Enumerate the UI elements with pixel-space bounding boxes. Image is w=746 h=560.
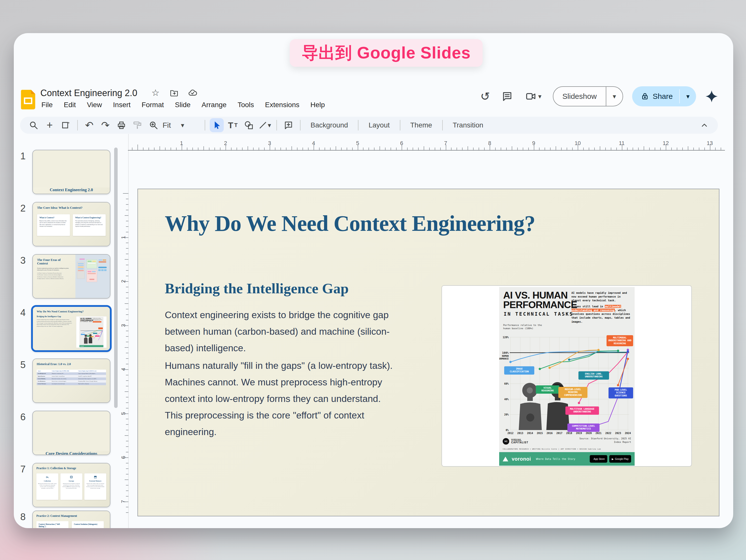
slide-thumbnail-7[interactable]: 7 Practice 1: Collection & Storage Colle… xyxy=(18,463,110,507)
transition-button[interactable]: Transition xyxy=(447,118,489,132)
select-tool-icon[interactable] xyxy=(210,118,224,132)
slide-paragraph-1[interactable]: Context engineering exists to bridge the… xyxy=(165,307,414,356)
ai-vs-human-infographic: AI VS. HUMANPERFORMANCE IN TECHNICAL TAS… xyxy=(499,287,635,466)
horizontal-ruler: 12345678910111213 xyxy=(128,141,725,150)
version-history-icon[interactable]: ↺ xyxy=(479,90,492,103)
slide-thumbnail-4-selected[interactable]: 4 Why Do We Need Context Engineering? Br… xyxy=(18,306,112,352)
layout-button[interactable]: Layout xyxy=(363,118,395,132)
slide-canvas[interactable]: Why Do We Need Context Engineering? Brid… xyxy=(138,189,719,516)
storage-icon xyxy=(62,475,81,479)
menu-slide[interactable]: Slide xyxy=(174,100,192,109)
slide-thumbnail-8[interactable]: 8 Practice 2: Context Management Context… xyxy=(18,510,110,528)
undo-icon[interactable]: ↶ xyxy=(82,118,96,132)
toolbar-separator xyxy=(300,120,300,131)
lock-icon xyxy=(632,92,649,101)
slide-thumbnail-3[interactable]: 3 The Four Eras of Context Context engin… xyxy=(18,254,110,299)
svg-text:60%: 60% xyxy=(504,382,509,385)
print-icon[interactable] xyxy=(114,118,128,132)
infographic-collaborators: COLLABORATORS RESEARCH + WRITING Niccolo… xyxy=(503,448,601,450)
thumb4-image-preview: AI VS. HUMAN PERFORMANCE IN TECHNICAL TA… xyxy=(76,316,107,348)
zoom-icon[interactable] xyxy=(146,118,161,132)
document-title[interactable]: Context Engineering 2.0 xyxy=(40,88,137,99)
slide-thumbnail-2[interactable]: 2 The Core Idea: What is Context? What i… xyxy=(18,202,110,246)
thumbnail-number: 4 xyxy=(18,307,29,352)
menu-help[interactable]: Help xyxy=(310,100,326,109)
menu-format[interactable]: Format xyxy=(141,100,165,109)
slide-image-frame[interactable]: AI VS. HUMANPERFORMANCE IN TECHNICAL TAS… xyxy=(441,285,692,467)
toolbar-separator xyxy=(77,120,78,131)
theme-button[interactable]: Theme xyxy=(405,118,438,132)
infographic-source: Source: Stanford University, 2025 AI Ind… xyxy=(573,437,631,444)
menu-insert[interactable]: Insert xyxy=(112,100,132,109)
share-button[interactable]: Share ▾ xyxy=(632,86,696,106)
svg-text:20%: 20% xyxy=(504,413,509,416)
toolbar-separator xyxy=(442,120,443,131)
gemini-sparkle-icon[interactable] xyxy=(705,90,718,103)
slide-title[interactable]: Why Do We Need Context Engineering? xyxy=(165,211,641,236)
meet-camera-icon[interactable]: ▾ xyxy=(523,90,544,103)
insert-comment-icon[interactable] xyxy=(282,118,295,132)
menu-tools[interactable]: Tools xyxy=(236,100,255,109)
google-slides-window: Context Engineering 2.0 ☆ File Edit View… xyxy=(14,33,733,528)
menu-arrange[interactable]: Arrange xyxy=(201,100,228,109)
slideshow-dropdown[interactable]: ▾ xyxy=(606,87,623,106)
thumbnail-number: 5 xyxy=(18,360,29,403)
meet-caret-icon: ▾ xyxy=(538,93,542,100)
voronoi-logo xyxy=(503,457,508,461)
toolbar-separator xyxy=(400,120,400,131)
svg-text:HUMANPERFORMANCE: HUMANPERFORMANCE xyxy=(499,355,509,360)
menu-extensions[interactable]: Extensions xyxy=(264,100,300,109)
thumbnail-number: 2 xyxy=(18,203,29,246)
thumb1-title: Context Engineering 2.0 xyxy=(33,188,110,192)
svg-text:100%: 100% xyxy=(502,351,509,355)
toolbar-separator xyxy=(277,120,277,131)
annotation-banner-text: 导出到 Google Slides xyxy=(302,41,470,64)
toolbar-separator xyxy=(358,120,358,131)
menu-view[interactable]: View xyxy=(86,100,103,109)
background-button[interactable]: Background xyxy=(305,118,353,132)
four-eras-diagram-thumbnail xyxy=(75,255,110,298)
text-box-tool-icon[interactable]: TT xyxy=(226,118,240,132)
thumb2-card1-heading: What is Context? xyxy=(39,217,67,219)
move-folder-icon[interactable] xyxy=(169,88,179,98)
svg-text:0%: 0% xyxy=(506,429,509,431)
slide-paragraph-2[interactable]: Humans naturally "fill in the gaps" (a l… xyxy=(165,357,414,407)
redo-icon[interactable]: ↷ xyxy=(98,118,112,132)
thumbnail-number: 8 xyxy=(18,511,29,528)
collection-icon xyxy=(38,475,57,479)
google-play-badge: ▶Google Play xyxy=(609,455,631,463)
comments-icon[interactable] xyxy=(501,90,514,103)
thumb3-title: The Four Eras of Context xyxy=(37,258,64,265)
new-slide-icon[interactable]: + xyxy=(42,118,57,132)
paint-format-icon[interactable] xyxy=(131,118,144,132)
menu-edit[interactable]: Edit xyxy=(63,100,77,109)
slide-thumbnail-6[interactable]: 6 Core Design Considerations A framework… xyxy=(18,411,110,455)
filmstrip-scrollbar[interactable] xyxy=(114,147,118,408)
thumb4-body: Context engineering exists to bridge the… xyxy=(37,319,72,327)
thumbnail-number: 6 xyxy=(18,412,29,455)
thumb8-title: Practice 2: Context Management xyxy=(36,514,106,517)
shape-tool-icon[interactable] xyxy=(242,118,256,132)
collapse-toolbar-icon[interactable] xyxy=(697,118,711,132)
thumb4-title: Why Do We Need Context Engineering? xyxy=(37,310,106,313)
slide-thumbnail-1[interactable]: 1 Context Engineering 2.0 The Context of… xyxy=(18,150,110,194)
voronoi-brand: voronoi xyxy=(512,456,531,462)
thumb1-subtitle: The Context of Context Engineering xyxy=(33,194,110,194)
slide-heading[interactable]: Bridging the Intelligence Gap xyxy=(165,280,349,297)
search-menus-icon[interactable] xyxy=(27,118,40,132)
star-icon[interactable]: ☆ xyxy=(150,88,161,98)
zoom-fit-dropdown[interactable]: Fit ▾ xyxy=(163,118,200,132)
vertical-ruler: 1234567 xyxy=(120,189,128,517)
slide-thumbnail-5[interactable]: 5 Historical Eras: 1.0 vs. 2.0 Aspect Co… xyxy=(18,359,110,403)
share-dropdown[interactable]: ▾ xyxy=(679,89,696,103)
slideshow-button[interactable]: Slideshow ▾ xyxy=(553,86,623,106)
menu-file[interactable]: File xyxy=(40,100,54,109)
slide-paragraph-3[interactable]: This preprocessing is the core "effort" … xyxy=(165,407,414,440)
thumb2-card1-body: Based on Dey (2001), context is any info… xyxy=(39,220,67,227)
google-slides-logo[interactable] xyxy=(21,90,35,109)
line-tool-icon[interactable]: ▾ xyxy=(258,118,272,132)
chart-label-multimodal: MULTIMODAL UNDERSTANDING AND REASONING xyxy=(606,335,633,346)
cloud-saved-icon[interactable] xyxy=(188,88,198,98)
chart-label-visual-reasoning: VISUAL REASONING xyxy=(536,385,560,394)
new-slide-template-icon[interactable] xyxy=(59,118,73,132)
